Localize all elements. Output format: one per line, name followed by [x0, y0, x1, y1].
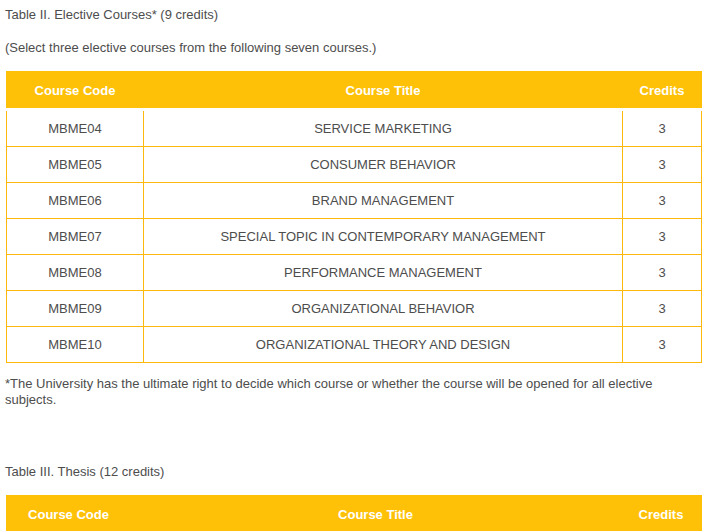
- elective-section-subtitle: (Select three elective courses from the …: [5, 40, 701, 56]
- table-cell: BRAND MANAGEMENT: [144, 183, 623, 219]
- elective-courses-table: Course CodeCourse TitleCreditsMBME04SERV…: [6, 71, 702, 363]
- table-row: MBME10ORGANIZATIONAL THEORY AND DESIGN3: [7, 327, 702, 363]
- table-cell: MBME07: [7, 219, 144, 255]
- table-cell: SPECIAL TOPIC IN CONTEMPORARY MANAGEMENT: [144, 219, 623, 255]
- table-cell: MBME06: [7, 183, 144, 219]
- column-header: Course Code: [7, 72, 144, 110]
- elective-section-title: Table II. Elective Courses* (9 credits): [5, 7, 701, 23]
- table-cell: MBME08: [7, 255, 144, 291]
- column-header: Course Title: [131, 496, 621, 531]
- table-cell: 3: [623, 291, 702, 327]
- table-cell: MBME09: [7, 291, 144, 327]
- column-header: Credits: [621, 496, 702, 531]
- header-row: Course CodeCourse TitleCredits: [7, 496, 702, 531]
- table-row: MBME09ORGANIZATIONAL BEHAVIOR3: [7, 291, 702, 327]
- table-cell: 3: [623, 147, 702, 183]
- column-header: Course Title: [144, 72, 623, 110]
- curriculum-page: Table II. Elective Courses* (9 credits) …: [0, 0, 703, 531]
- table-cell: 3: [623, 327, 702, 363]
- table-cell: MBME05: [7, 147, 144, 183]
- table-cell: ORGANIZATIONAL BEHAVIOR: [144, 291, 623, 327]
- table-cell: MBME10: [7, 327, 144, 363]
- table-cell: MBME04: [7, 110, 144, 147]
- table-row: MBME06BRAND MANAGEMENT3: [7, 183, 702, 219]
- table-row: MBME08PERFORMANCE MANAGEMENT3: [7, 255, 702, 291]
- table-cell: SERVICE MARKETING: [144, 110, 623, 147]
- table-cell: 3: [623, 110, 702, 147]
- header-row: Course CodeCourse TitleCredits: [7, 72, 702, 110]
- table-row: MBME07SPECIAL TOPIC IN CONTEMPORARY MANA…: [7, 219, 702, 255]
- thesis-section-title: Table III. Thesis (12 credits): [5, 464, 701, 480]
- table-cell: PERFORMANCE MANAGEMENT: [144, 255, 623, 291]
- table-row: MBME05CONSUMER BEHAVIOR3: [7, 147, 702, 183]
- table-cell: 3: [623, 183, 702, 219]
- column-header: Course Code: [7, 496, 131, 531]
- thesis-table: Course CodeCourse TitleCreditsMBMZ19THES…: [6, 495, 702, 531]
- table-cell: 3: [623, 255, 702, 291]
- table-cell: CONSUMER BEHAVIOR: [144, 147, 623, 183]
- table-cell: ORGANIZATIONAL THEORY AND DESIGN: [144, 327, 623, 363]
- elective-footnote: *The University has the ultimate right t…: [5, 376, 701, 408]
- table-cell: 3: [623, 219, 702, 255]
- column-header: Credits: [623, 72, 702, 110]
- table-row: MBME04SERVICE MARKETING3: [7, 110, 702, 147]
